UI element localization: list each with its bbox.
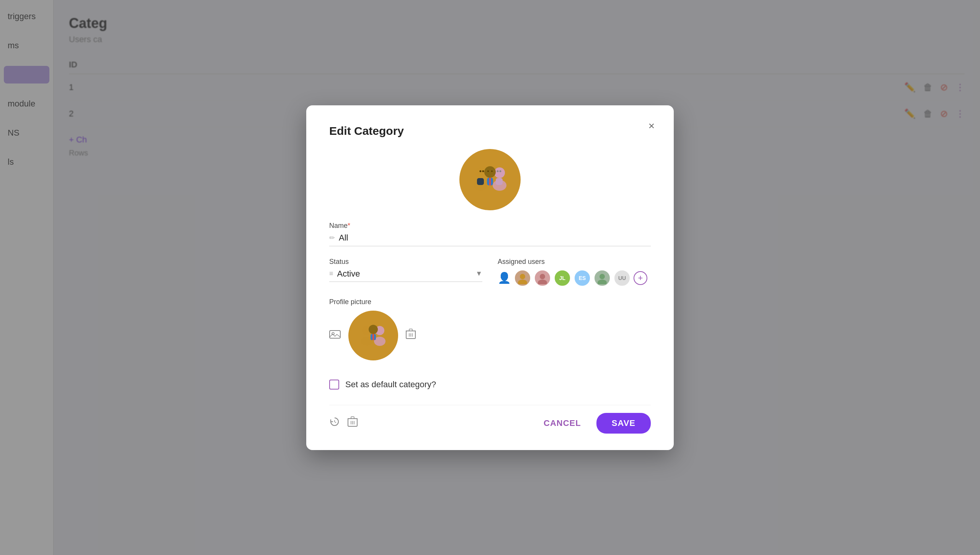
delete-profile-picture-button[interactable] xyxy=(406,329,416,342)
edit-category-modal: Edit Category × xyxy=(306,105,674,450)
upload-image-button[interactable] xyxy=(329,329,341,342)
svg-point-27 xyxy=(369,325,378,334)
avatar xyxy=(459,149,521,210)
image-upload-icon xyxy=(329,329,341,339)
add-user-button[interactable]: + xyxy=(634,271,647,285)
history-icon xyxy=(329,416,340,427)
user-avatar-uu: UU xyxy=(614,270,630,287)
modal-footer: CANCEL SAVE xyxy=(329,405,651,434)
svg-rect-11 xyxy=(477,178,484,185)
pencil-icon: ✏ xyxy=(329,234,335,242)
modal-overlay: Edit Category × xyxy=(0,0,980,555)
user-avatar-1 xyxy=(514,270,531,287)
trash-icon xyxy=(406,329,416,339)
svg-point-20 xyxy=(598,280,607,284)
user3-photo-icon xyxy=(596,272,608,284)
svg-point-13 xyxy=(500,170,501,172)
status-label: Status xyxy=(329,258,482,266)
svg-rect-14 xyxy=(496,178,503,185)
user-avatar-es: ES xyxy=(574,270,591,287)
status-assigned-row: Status ≡ Active Inactive ▼ Assigned user… xyxy=(329,258,651,287)
avatar-section xyxy=(329,149,651,210)
svg-rect-29 xyxy=(372,334,374,340)
svg-point-7 xyxy=(487,170,489,172)
svg-point-12 xyxy=(497,170,499,172)
svg-point-0 xyxy=(475,167,486,178)
svg-point-2 xyxy=(494,167,505,178)
status-select[interactable]: Active Inactive xyxy=(337,269,472,278)
assigned-users-section: Assigned users 👤 xyxy=(498,258,651,287)
footer-left xyxy=(329,416,358,430)
default-category-row: Set as default category? xyxy=(329,380,651,390)
user2-photo-icon xyxy=(536,272,549,284)
profile-group-avatar-icon xyxy=(356,323,390,348)
chevron-down-icon: ▼ xyxy=(475,270,482,278)
svg-point-8 xyxy=(491,170,493,172)
profile-avatar xyxy=(348,311,398,360)
save-button[interactable]: SAVE xyxy=(596,413,651,434)
status-icon: ≡ xyxy=(329,270,333,278)
name-input[interactable] xyxy=(339,233,651,243)
delete-icon xyxy=(348,416,358,427)
user-avatar-3 xyxy=(594,270,611,287)
svg-point-18 xyxy=(538,280,547,284)
svg-point-9 xyxy=(480,170,482,172)
svg-line-36 xyxy=(335,422,336,423)
name-field: Name* ✏ xyxy=(329,222,651,246)
form-section: Name* ✏ Status ≡ Active Inactive xyxy=(329,222,651,390)
svg-point-17 xyxy=(540,274,545,279)
default-category-label: Set as default category? xyxy=(345,380,436,390)
group-avatar-icon xyxy=(467,164,513,195)
close-button[interactable]: × xyxy=(648,121,655,131)
svg-point-4 xyxy=(484,166,496,178)
svg-rect-21 xyxy=(330,331,340,338)
svg-point-15 xyxy=(520,274,525,279)
assigned-users-label: Assigned users xyxy=(498,258,651,266)
svg-point-10 xyxy=(482,170,484,172)
profile-picture-section: Profile picture xyxy=(329,298,651,360)
svg-rect-6 xyxy=(489,178,491,185)
svg-point-19 xyxy=(599,274,605,279)
name-input-wrapper: ✏ xyxy=(329,233,651,246)
assigned-users-row: 👤 xyxy=(498,270,651,287)
profile-picture-label: Profile picture xyxy=(329,298,651,306)
profile-picture-row xyxy=(329,311,651,360)
user-avatar-2 xyxy=(534,270,551,287)
modal-title: Edit Category xyxy=(329,124,651,138)
history-button[interactable] xyxy=(329,416,340,430)
status-select-wrapper: ≡ Active Inactive ▼ xyxy=(329,269,482,282)
name-label: Name* xyxy=(329,222,651,230)
svg-point-16 xyxy=(518,280,527,284)
user-avatar-jl: JL xyxy=(554,270,571,287)
delete-category-button[interactable] xyxy=(348,416,358,430)
user1-photo-icon xyxy=(516,272,529,284)
default-category-checkbox[interactable] xyxy=(329,380,339,390)
status-field: Status ≡ Active Inactive ▼ xyxy=(329,258,482,282)
footer-right: CANCEL SAVE xyxy=(536,413,651,434)
person-icon: 👤 xyxy=(498,272,511,284)
cancel-button[interactable]: CANCEL xyxy=(536,414,589,432)
